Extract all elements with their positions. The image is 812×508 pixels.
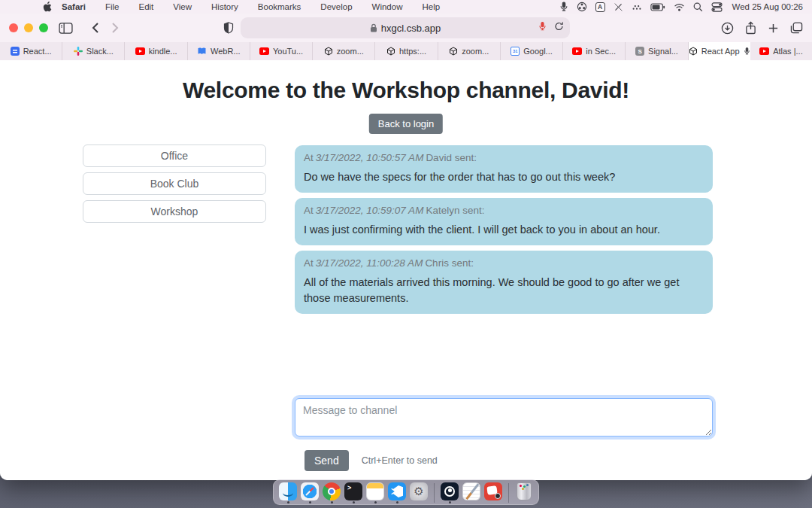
tab-kindle[interactable]: kindle... (125, 42, 187, 60)
send-button[interactable]: Send (304, 450, 349, 471)
tab-in-sec[interactable]: in Sec... (563, 42, 626, 60)
codesandbox-favicon (449, 47, 458, 56)
spotlight-search-icon[interactable] (693, 2, 703, 12)
tab-https[interactable]: https:... (375, 42, 438, 60)
tab-react-app-active[interactable]: React App (689, 42, 750, 60)
dock-chrome-icon[interactable] (323, 482, 341, 503)
codesandbox-favicon (689, 47, 698, 56)
minimize-window-button[interactable] (24, 23, 33, 32)
zoom-window-button[interactable] (39, 23, 48, 32)
tab-google-calendar[interactable]: 31 Googl... (501, 42, 563, 60)
message-meta: At3/17/2022, 11:00:28 AMChris sent: (304, 257, 704, 269)
codesandbox-favicon (386, 47, 395, 56)
menu-clock[interactable]: Wed 25 Aug 00:26 (732, 2, 803, 11)
message-meta: At3/17/2022, 10:59:07 AMKatelyn sent: (304, 205, 704, 216)
send-hint: Ctrl+Enter to send (362, 455, 438, 466)
apple-menu-icon[interactable] (43, 2, 52, 12)
codesandbox-favicon (324, 47, 333, 56)
message-input[interactable] (295, 398, 713, 437)
channel-button-workshop[interactable]: Workshop (83, 200, 266, 223)
dock-textedit-icon[interactable] (462, 482, 480, 503)
new-tab-icon[interactable] (768, 23, 779, 34)
tab-youtube[interactable]: YouTu... (250, 42, 313, 60)
dock-system-settings-icon[interactable]: ⚙ (410, 482, 428, 503)
react-docs-favicon (11, 47, 20, 56)
tab-react-docs[interactable]: React... (0, 42, 62, 60)
menu-item-file[interactable]: File (95, 2, 129, 11)
traffic-lights (9, 23, 48, 32)
message-text: All of the materials arrived this mornin… (304, 275, 704, 306)
menu-item-safari[interactable]: Safari (52, 2, 95, 11)
message-text: Do we have the specs for the order that … (304, 169, 704, 185)
dock-trash-icon[interactable] (515, 482, 533, 503)
dock-terminal-icon[interactable] (344, 482, 362, 503)
message-list: At3/17/2022, 10:50:57 AMDavid sent: Do w… (295, 145, 713, 319)
message-meta: At3/17/2022, 10:50:57 AMDavid sent: (304, 152, 704, 163)
tls-lock-icon (370, 23, 377, 32)
url-text: hxgcl.csb.app (381, 23, 441, 34)
slack-favicon (74, 47, 83, 56)
menu-item-view[interactable]: View (163, 2, 201, 11)
dock-finder-icon[interactable] (279, 482, 297, 503)
tab-bar: React... Slack... kindle... WebR... (0, 42, 812, 60)
tab-signal[interactable]: S Signal... (626, 42, 688, 60)
dock-safari-icon[interactable] (301, 482, 319, 503)
channel-button-office[interactable]: Office (83, 144, 266, 167)
youtube-favicon (135, 47, 145, 55)
message-composer: Send Ctrl+Enter to send (295, 398, 716, 471)
channel-button-book-club[interactable]: Book Club (83, 172, 266, 195)
sidebar-toggle-icon[interactable] (59, 23, 73, 34)
menu-item-help[interactable]: Help (412, 2, 450, 11)
close-window-button[interactable] (9, 23, 18, 32)
tab-slack[interactable]: Slack... (62, 42, 125, 60)
message-bubble: At3/17/2022, 11:00:28 AMChris sent: All … (295, 251, 713, 314)
safari-window: hxgcl.csb.app (0, 14, 812, 480)
google-calendar-favicon: 31 (511, 47, 520, 56)
tab-atlas[interactable]: Atlas |... (750, 42, 812, 60)
tab-zoom-2[interactable]: zoom... (438, 42, 501, 60)
tab-zoom-1[interactable]: zoom... (313, 42, 375, 60)
menu-bar: Safari File Edit View History Bookmarks … (0, 0, 812, 14)
dock-photo-booth-icon[interactable] (484, 482, 502, 503)
youtube-favicon (572, 47, 582, 55)
share-icon[interactable] (745, 21, 756, 35)
pen-disabled-icon[interactable] (614, 2, 623, 12)
menu-item-develop[interactable]: Develop (311, 2, 362, 11)
address-bar[interactable]: hxgcl.csb.app (241, 17, 570, 38)
forward-button[interactable] (111, 22, 120, 34)
message-bubble: At3/17/2022, 10:50:57 AMDavid sent: Do w… (295, 145, 713, 193)
privacy-shield-icon[interactable] (223, 22, 234, 34)
menu-item-history[interactable]: History (201, 2, 248, 11)
tab-overview-icon[interactable] (790, 22, 803, 34)
back-button[interactable] (91, 22, 99, 34)
back-to-login-button[interactable]: Back to login (369, 114, 443, 134)
page-title: Welcome to the Workshop channel, David! (0, 75, 812, 105)
dock-vscode-icon[interactable] (388, 482, 406, 503)
desktop: Safari File Edit View History Bookmarks … (0, 0, 812, 508)
signal-favicon: S (635, 47, 644, 56)
battery-icon[interactable] (650, 3, 665, 11)
dock-divider (508, 483, 509, 503)
dock-divider (434, 483, 435, 503)
menu-item-window[interactable]: Window (362, 2, 413, 11)
microphone-status-icon[interactable] (559, 2, 568, 12)
menu-item-bookmarks[interactable]: Bookmarks (248, 2, 311, 11)
obs-status-icon[interactable] (577, 2, 587, 12)
dock-notes-icon[interactable] (366, 482, 384, 503)
input-source-icon[interactable]: A (595, 2, 605, 12)
dock-obs-icon[interactable] (441, 482, 459, 503)
message-text: I was just confirming with the client. I… (304, 222, 704, 238)
browser-toolbar: hxgcl.csb.app (0, 14, 812, 42)
downloads-icon[interactable] (721, 22, 734, 35)
reload-icon[interactable] (554, 21, 564, 32)
wifi-icon[interactable] (674, 3, 685, 11)
book-favicon (197, 47, 207, 56)
web-page: Welcome to the Workshop channel, David! … (0, 60, 812, 480)
tab-audio-mic-icon[interactable] (744, 47, 750, 56)
tab-mic-active-icon[interactable] (538, 21, 547, 32)
screen-dots-icon[interactable] (632, 2, 642, 11)
control-center-icon[interactable] (711, 2, 723, 12)
menu-item-edit[interactable]: Edit (129, 2, 164, 11)
youtube-favicon (259, 47, 269, 55)
tab-webr[interactable]: WebR... (188, 42, 250, 60)
